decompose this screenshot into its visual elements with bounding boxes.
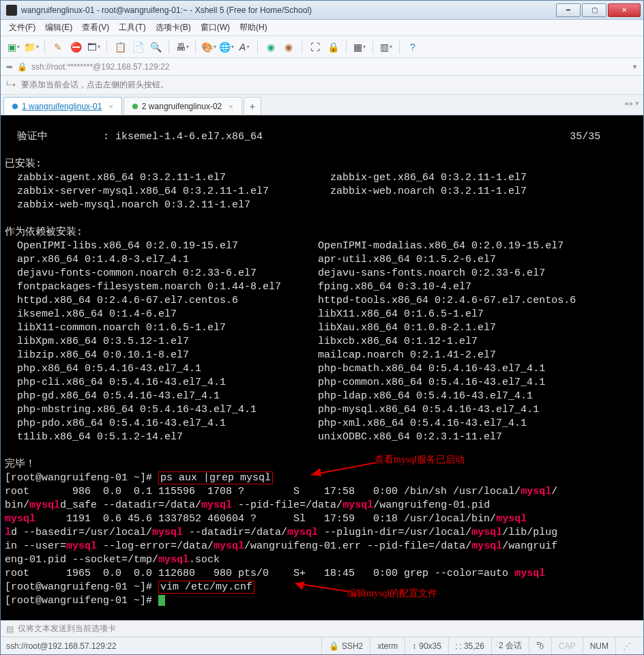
status-proto: 🔒 SSH2 <box>321 637 370 654</box>
term-line: 作为依赖被安装: <box>5 227 83 238</box>
terminal[interactable]: 验证中 : iksemel-1.4-6.el7.x86_64 35/35 已安装… <box>1 115 643 620</box>
toolbar: ▣ 📁 ✎ ⛔ 🗔 📋 📄 🔍 🖶 🎨 🌐 A ◉ ◉ ⛶ 🔒 ▦ ▥ ? <box>1 36 643 58</box>
menu-view[interactable]: 查看(V) <box>82 22 109 33</box>
transparency-button[interactable]: ▦ <box>352 40 367 55</box>
separator <box>302 40 302 54</box>
match: mysql <box>214 540 244 552</box>
term-text: root 986 0.0 0.1 115596 1708 ? S 17:58 0… <box>5 486 521 497</box>
close-button[interactable]: ✕ <box>608 3 641 17</box>
print-button[interactable]: 🖶 <box>175 40 190 55</box>
lock-button[interactable]: 🔒 <box>325 40 340 55</box>
find-button[interactable]: 🔍 <box>148 40 163 55</box>
tab-session-1[interactable]: 1 wangruifenglinux-01 × <box>3 97 122 115</box>
hint-icon[interactable]: ⮡ <box>6 80 16 91</box>
titlebar[interactable]: wangruifenglinux-01 - root@wangruifeng-0… <box>1 1 643 20</box>
term-line: libzip.x86_64 0:0.10.1-8.el7 mailcap.noa… <box>5 349 496 361</box>
term-line: OpenIPMI-libs.x86_64 0:2.0.19-15.el7 Ope… <box>5 240 564 252</box>
compose-hint: 仅将文本发送到当前选项卡 <box>18 623 116 635</box>
tab-prev-icon[interactable]: ◂ <box>624 99 628 108</box>
xftp-button[interactable]: ◉ <box>263 40 278 55</box>
hint-bar: ⮡ 要添加当前会话，点击左侧的箭头按钮。 <box>1 76 643 95</box>
term-line: php-mbstring.x86_64 0:5.4.16-43.el7_4.1 … <box>5 404 539 416</box>
term-text: root 1965 0.0 0.0 112680 980 pts/0 S+ 18… <box>5 568 514 579</box>
svg-line-2 <box>295 583 349 592</box>
color-scheme-button[interactable]: 🎨 <box>201 40 216 55</box>
close-tab-icon[interactable]: × <box>229 102 233 111</box>
lock-icon: 🔒 <box>17 62 27 72</box>
separator <box>106 40 107 54</box>
term-text: --plugin-dir=/usr/local/ <box>318 527 471 538</box>
properties-button[interactable]: 🗔 <box>86 40 101 55</box>
font-button[interactable]: A <box>237 40 252 55</box>
separator <box>346 40 347 54</box>
match: mysql <box>152 527 183 538</box>
reconnect-button[interactable]: ✎ <box>50 40 65 55</box>
match: mysql <box>471 540 502 552</box>
status-termtype: xterm <box>370 637 405 654</box>
term-line: httpd.x86_64 0:2.4.6-67.el7.centos.6 htt… <box>5 295 576 306</box>
minimize-button[interactable]: ━ <box>556 3 581 17</box>
separator <box>257 40 258 54</box>
status-sessions: 2 会话 <box>491 637 529 654</box>
term-line: fontpackages-filesystem.noarch 0:1.44-8.… <box>5 281 471 293</box>
term-line: 完毕！ <box>5 458 35 470</box>
menu-edit[interactable]: 编辑(E) <box>45 22 72 33</box>
term-line: t1lib.x86_64 0:5.1.2-14.el7 unixODBC.x86… <box>5 431 502 443</box>
tab-list-icon[interactable]: ▾ <box>635 99 639 108</box>
highlighted-command: ps aux |grep mysql <box>158 471 273 484</box>
address-input[interactable] <box>31 62 628 72</box>
new-session-button[interactable]: ▣ <box>6 40 21 55</box>
term-line: iksemel.x86_64 0:1.4-6.el7 libX11.x86_64… <box>5 308 484 320</box>
open-button[interactable]: 📁 <box>24 40 39 55</box>
status-tray-icon[interactable]: ⮷ <box>529 637 551 654</box>
menu-file[interactable]: 文件(F) <box>9 22 35 33</box>
tab-next-icon[interactable]: ▸ <box>630 99 634 108</box>
address-dropdown-icon[interactable]: ▼ <box>632 63 638 70</box>
tab-nav: ◂ ▸ ▾ <box>624 99 639 108</box>
compose-icon[interactable]: ▤ <box>6 624 14 634</box>
match: mysql <box>5 513 35 525</box>
statusbar: ssh://root@192.168.57.129:22 🔒 SSH2 xter… <box>1 637 643 654</box>
separator <box>44 40 45 54</box>
help-button[interactable]: ? <box>405 40 420 55</box>
encoding-button[interactable]: 🌐 <box>219 40 234 55</box>
annotation-arrow-icon <box>301 460 383 480</box>
menu-window[interactable]: 窗口(W) <box>201 22 230 33</box>
copy-button[interactable]: 📋 <box>113 40 128 55</box>
term-text: --datadir=/data/ <box>183 527 287 538</box>
tab-session-2[interactable]: 2 wangruifenglinux-02 × <box>123 97 242 115</box>
menu-tab[interactable]: 选项卡(B) <box>156 22 191 33</box>
xagent-button[interactable]: ◉ <box>281 40 296 55</box>
status-size: ↕ 90x35 <box>405 637 448 654</box>
compose-bar: ▤ 仅将文本发送到当前选项卡 <box>1 620 643 637</box>
window-title: wangruifenglinux-01 - root@wangruifeng-0… <box>21 5 555 15</box>
annotation-label: 查看mysql服务已启动 <box>375 453 465 467</box>
paste-button[interactable]: 📄 <box>130 40 145 55</box>
match: mysql <box>471 527 502 538</box>
term-line: php-gd.x86_64 0:5.4.16-43.el7_4.1 php-ld… <box>5 390 533 402</box>
new-tab-button[interactable]: + <box>244 97 261 115</box>
status-dot-icon <box>12 104 18 109</box>
menu-tools[interactable]: 工具(T) <box>119 22 145 33</box>
separator <box>195 40 196 54</box>
add-session-icon[interactable]: ➥ <box>6 62 13 72</box>
resize-grip-icon[interactable]: ⋰ <box>615 637 638 654</box>
menu-help[interactable]: 帮助(H) <box>239 22 267 33</box>
prompt: [root@wangruifeng-01 ~]# <box>5 595 158 607</box>
layout-button[interactable]: ▥ <box>379 40 394 55</box>
close-tab-icon[interactable]: × <box>108 102 113 111</box>
tab-label: 2 wangruifenglinux-02 <box>142 102 222 111</box>
term-line: 验证中 : iksemel-1.4-6.el7.x86_64 35/35 <box>5 131 600 143</box>
disconnect-button[interactable]: ⛔ <box>68 40 83 55</box>
maximize-button[interactable]: ▢ <box>582 3 606 17</box>
match: mysql <box>201 499 232 511</box>
status-cap: CAP <box>551 637 583 654</box>
match: mysql <box>521 486 551 497</box>
svg-marker-3 <box>295 581 305 590</box>
prompt: [root@wangruifeng-01 ~]# <box>5 581 158 593</box>
term-text: /lib/plug <box>502 527 557 538</box>
fullscreen-button[interactable]: ⛶ <box>308 40 323 55</box>
term-text: in --user= <box>5 540 66 552</box>
term-text: d_safe --datadir=/data/ <box>60 499 201 511</box>
term-text: / <box>551 486 557 497</box>
